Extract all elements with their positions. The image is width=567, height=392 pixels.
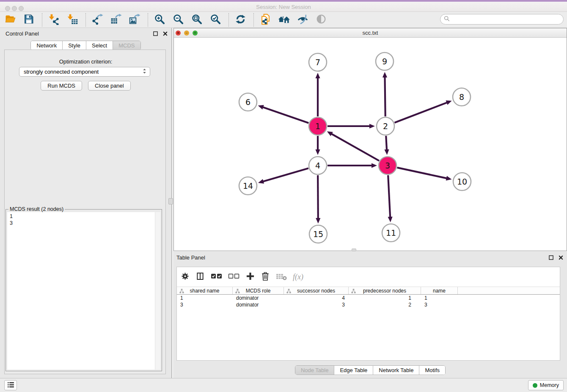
- graph-node-8[interactable]: 8: [453, 88, 471, 106]
- cell: 1: [177, 295, 233, 301]
- graph-edge-2-8[interactable]: [394, 100, 451, 122]
- close-mcds-panel-button[interactable]: Close panel: [88, 81, 131, 91]
- column-header-label: name: [433, 288, 446, 294]
- table-tab-motifs[interactable]: Motifs: [419, 366, 445, 375]
- home-view-button[interactable]: [278, 13, 290, 27]
- graph-node-11[interactable]: 11: [382, 224, 400, 242]
- control-panel-title: Control Panel: [6, 30, 39, 37]
- column-tree-icon: [179, 289, 184, 295]
- table-tab-network-table[interactable]: Network Table: [373, 366, 419, 375]
- run-mcds-button[interactable]: Run MCDS: [41, 81, 82, 91]
- node-table: shared nameMCDS rolesuccessor nodesprede…: [177, 287, 560, 308]
- close-table-panel-button[interactable]: [558, 254, 564, 260]
- main-toolbar-icons: [4, 13, 333, 27]
- table-tab-node-table[interactable]: Node Table: [295, 366, 335, 375]
- export-image-button[interactable]: [128, 13, 141, 27]
- tab-select[interactable]: Select: [86, 41, 113, 50]
- zoom-out-icon: [173, 14, 184, 26]
- graph-edge-2-9[interactable]: [383, 72, 387, 116]
- refresh-layout-icon: [235, 14, 246, 26]
- zoom-selected-button[interactable]: [209, 13, 222, 27]
- table-toolbar: f(x): [180, 269, 303, 285]
- refresh-layout-button[interactable]: [234, 13, 247, 27]
- search-input[interactable]: [450, 15, 563, 24]
- create-column-button[interactable]: [245, 271, 255, 283]
- svg-text:10: 10: [457, 177, 467, 186]
- memory-status-button[interactable]: Memory: [528, 380, 564, 390]
- network-canvas[interactable]: 7968124314101511: [174, 38, 567, 251]
- graph-edge-1-6[interactable]: [258, 105, 309, 123]
- mcds-result-scrollbar[interactable]: [155, 212, 160, 370]
- deselect-all-rows-button[interactable]: [228, 271, 239, 283]
- table-tab-edge-table[interactable]: Edge Table: [334, 366, 373, 375]
- zoom-fit-button[interactable]: [190, 13, 203, 27]
- mcds-result-textarea[interactable]: 13: [7, 212, 160, 370]
- column-chooser-button[interactable]: [195, 271, 205, 283]
- table-row[interactable]: 1dominator411: [177, 295, 560, 301]
- node-table-body: f(x) shared nameMCDS rolesuccessor nodes…: [176, 267, 560, 361]
- column-header-successor-nodes[interactable]: successor nodes: [284, 287, 349, 294]
- criterion-dropdown[interactable]: strongly connected component: [19, 67, 150, 77]
- export-network-button[interactable]: [91, 13, 104, 27]
- clone-network-button[interactable]: [259, 13, 272, 27]
- graph-node-6[interactable]: 6: [239, 93, 257, 111]
- graph-node-2[interactable]: 2: [377, 117, 394, 135]
- open-file-button[interactable]: [4, 13, 17, 27]
- function-builder-button: f(x): [293, 271, 303, 283]
- graph-node-1[interactable]: 1: [309, 117, 327, 135]
- table-row[interactable]: 3dominator323: [177, 301, 560, 308]
- table-settings-button[interactable]: [180, 271, 190, 283]
- svg-text:4: 4: [315, 161, 320, 170]
- save-session-button[interactable]: [22, 13, 35, 27]
- graph-node-15[interactable]: 15: [309, 225, 327, 243]
- tab-network[interactable]: Network: [31, 41, 63, 50]
- toggle-birds-eye-button[interactable]: [296, 13, 309, 27]
- graph-edge-3-11[interactable]: [388, 175, 392, 222]
- zoom-out-button[interactable]: [172, 13, 184, 27]
- float-panel-button[interactable]: [152, 30, 158, 36]
- horizontal-splitter-grip[interactable]: [352, 248, 356, 251]
- graph-node-7[interactable]: 7: [309, 53, 327, 71]
- delete-table-button: [276, 271, 287, 283]
- float-table-panel-button[interactable]: [548, 254, 554, 260]
- graph-edge-4-3[interactable]: [328, 163, 377, 168]
- column-header-name[interactable]: name: [421, 287, 458, 294]
- graph-node-10[interactable]: 10: [453, 173, 471, 190]
- column-header-shared-name[interactable]: shared name: [177, 287, 233, 294]
- graph-edge-1-2[interactable]: [328, 124, 375, 128]
- graph-edge-1-4[interactable]: [315, 136, 320, 155]
- import-network-button[interactable]: [47, 13, 60, 27]
- column-header-MCDS-role[interactable]: MCDS role: [233, 287, 284, 294]
- import-network-icon: [48, 14, 60, 26]
- graph-node-14[interactable]: 14: [239, 177, 257, 195]
- graph-edge-1-7[interactable]: [315, 73, 320, 116]
- control-panel: Control Panel NetworkStyleSelectMCDS Opt…: [0, 28, 172, 378]
- graph-edge-2-3[interactable]: [384, 136, 389, 155]
- graph-edge-4-15[interactable]: [316, 175, 320, 224]
- graph-edge-4-14[interactable]: [258, 168, 308, 183]
- export-table-button[interactable]: [110, 13, 122, 27]
- toggle-birds-eye-icon: [297, 14, 308, 26]
- graph-edge-3-1[interactable]: [327, 131, 379, 160]
- select-all-rows-button[interactable]: [211, 271, 222, 283]
- network-window-title: scc.txt: [174, 30, 567, 36]
- graph-node-9[interactable]: 9: [376, 52, 394, 70]
- svg-text:1: 1: [315, 121, 320, 131]
- dropdown-chevrons-icon: [143, 68, 146, 75]
- vertical-splitter-grip[interactable]: [168, 198, 173, 204]
- tab-style[interactable]: Style: [63, 41, 86, 50]
- tab-mcds[interactable]: MCDS: [113, 41, 140, 50]
- graph-node-3[interactable]: 3: [379, 157, 396, 174]
- function-builder-icon: f(x): [293, 273, 303, 282]
- delete-columns-button[interactable]: [261, 271, 270, 283]
- graph-node-4[interactable]: 4: [309, 157, 327, 174]
- graph-edge-3-10[interactable]: [397, 168, 451, 181]
- task-history-button[interactable]: [4, 380, 17, 390]
- export-image-icon: [129, 14, 140, 26]
- zoom-in-button[interactable]: [153, 13, 166, 27]
- close-panel-button[interactable]: [162, 30, 168, 36]
- column-tree-icon: [351, 289, 356, 295]
- import-table-button[interactable]: [66, 13, 79, 27]
- cell: 3: [284, 302, 349, 308]
- column-header-predecessor-nodes[interactable]: predecessor nodes: [349, 287, 421, 294]
